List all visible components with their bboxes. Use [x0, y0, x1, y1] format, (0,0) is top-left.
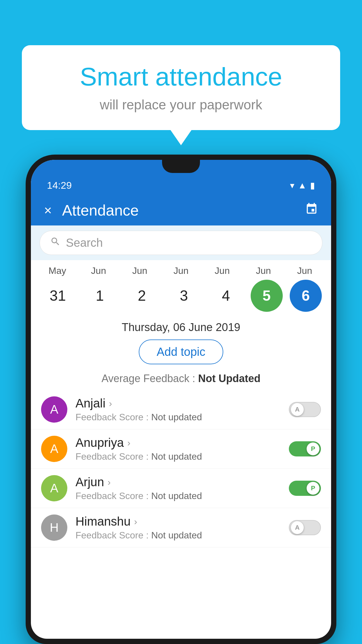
student-info[interactable]: Anupriya › Feedback Score : Not updated	[75, 436, 289, 462]
list-item: A Anupriya › Feedback Score : Not update…	[31, 429, 331, 469]
calendar-month-6: Jun	[287, 265, 322, 276]
chevron-right-icon: ›	[109, 398, 112, 409]
list-item: H Himanshu › Feedback Score : Not update…	[31, 508, 331, 547]
toggle-knob: P	[307, 482, 319, 495]
student-feedback: Feedback Score : Not updated	[75, 451, 289, 462]
battery-icon: ▮	[310, 180, 315, 190]
avatar: A	[41, 436, 67, 462]
speech-bubble-subtitle: will replace your paperwork	[45, 97, 317, 113]
calendar-day-6[interactable]: 6	[290, 280, 322, 312]
toggle-knob: P	[307, 442, 319, 455]
toggle-switch[interactable]: P	[289, 441, 321, 456]
list-item: A Arjun › Feedback Score : Not updated P	[31, 469, 331, 508]
status-bar: 14:29 ▾ ▲ ▮	[31, 174, 331, 195]
avatar: A	[41, 396, 67, 423]
wifi-icon: ▾	[290, 180, 294, 190]
status-icons: ▾ ▲ ▮	[290, 180, 315, 190]
calendar-month-2: Jun	[122, 265, 157, 276]
avg-feedback-label: Average Feedback :	[101, 372, 195, 384]
calendar-months: May Jun Jun Jun Jun Jun Jun	[37, 265, 325, 276]
calendar-day-0[interactable]: 31	[40, 281, 75, 310]
calendar-icon[interactable]	[305, 202, 318, 218]
student-name: Anupriya ›	[75, 436, 289, 450]
student-info[interactable]: Anjali › Feedback Score : Not updated	[75, 396, 289, 423]
chevron-right-icon: ›	[108, 477, 111, 488]
search-icon	[50, 236, 61, 249]
student-feedback: Feedback Score : Not updated	[75, 491, 289, 501]
app-bar-title: Attendance	[62, 202, 305, 219]
speech-bubble: Smart attendance will replace your paper…	[22, 45, 340, 130]
student-name: Anjali ›	[75, 396, 289, 410]
avatar: H	[41, 514, 67, 541]
calendar-month-0: May	[40, 265, 75, 276]
attendance-toggle[interactable]: A	[289, 520, 321, 535]
toggle-knob: A	[291, 403, 304, 416]
list-item: A Anjali › Feedback Score : Not updated …	[31, 390, 331, 429]
app-bar: × Attendance	[31, 195, 331, 225]
student-info[interactable]: Arjun › Feedback Score : Not updated	[75, 475, 289, 501]
calendar-month-3: Jun	[164, 265, 198, 276]
attendance-toggle[interactable]: A	[289, 402, 321, 417]
calendar-day-2[interactable]: 2	[124, 281, 159, 310]
chevron-right-icon: ›	[127, 438, 131, 448]
calendar-day-1[interactable]: 1	[82, 281, 117, 310]
calendar-day-5[interactable]: 5	[251, 280, 283, 312]
toggle-switch[interactable]: P	[289, 481, 321, 496]
student-list: A Anjali › Feedback Score : Not updated …	[31, 390, 331, 639]
student-name: Himanshu ›	[75, 514, 289, 528]
calendar-day-3[interactable]: 3	[166, 281, 201, 310]
search-placeholder: Search	[66, 236, 103, 249]
close-button[interactable]: ×	[44, 202, 52, 218]
notch-area	[31, 160, 331, 174]
calendar-day-4[interactable]: 4	[208, 281, 243, 310]
attendance-toggle[interactable]: P	[289, 441, 321, 456]
toggle-switch[interactable]: A	[289, 402, 321, 417]
student-feedback: Feedback Score : Not updated	[75, 412, 289, 423]
avatar: A	[41, 475, 67, 501]
avg-feedback-value: Not Updated	[198, 372, 261, 384]
calendar-month-4: Jun	[205, 265, 240, 276]
student-feedback: Feedback Score : Not updated	[75, 530, 289, 541]
add-topic-button[interactable]: Add topic	[139, 340, 224, 364]
phone-screen: 14:29 ▾ ▲ ▮ × Attendance	[31, 160, 331, 639]
status-time: 14:29	[47, 180, 72, 191]
notch	[162, 160, 200, 173]
speech-bubble-title: Smart attendance	[45, 63, 317, 91]
calendar-month-1: Jun	[81, 265, 116, 276]
attendance-toggle[interactable]: P	[289, 481, 321, 496]
phone-frame: 14:29 ▾ ▲ ▮ × Attendance	[26, 155, 336, 644]
speech-bubble-container: Smart attendance will replace your paper…	[22, 45, 340, 130]
student-name: Arjun ›	[75, 475, 289, 489]
search-bar[interactable]: Search	[40, 231, 322, 255]
calendar-days: 31 1 2 3 4 5 6	[37, 280, 325, 312]
student-info[interactable]: Himanshu › Feedback Score : Not updated	[75, 514, 289, 541]
calendar-strip: May Jun Jun Jun Jun Jun Jun 31 1 2 3 4 5…	[31, 260, 331, 315]
average-feedback: Average Feedback : Not Updated	[31, 370, 331, 390]
search-container: Search	[31, 225, 331, 260]
toggle-switch[interactable]: A	[289, 520, 321, 535]
calendar-month-5: Jun	[246, 265, 281, 276]
date-display: Thursday, 06 June 2019	[31, 315, 331, 337]
add-topic-container: Add topic	[31, 337, 331, 370]
toggle-knob: A	[291, 521, 304, 534]
chevron-right-icon: ›	[134, 516, 137, 527]
signal-icon: ▲	[298, 181, 307, 190]
